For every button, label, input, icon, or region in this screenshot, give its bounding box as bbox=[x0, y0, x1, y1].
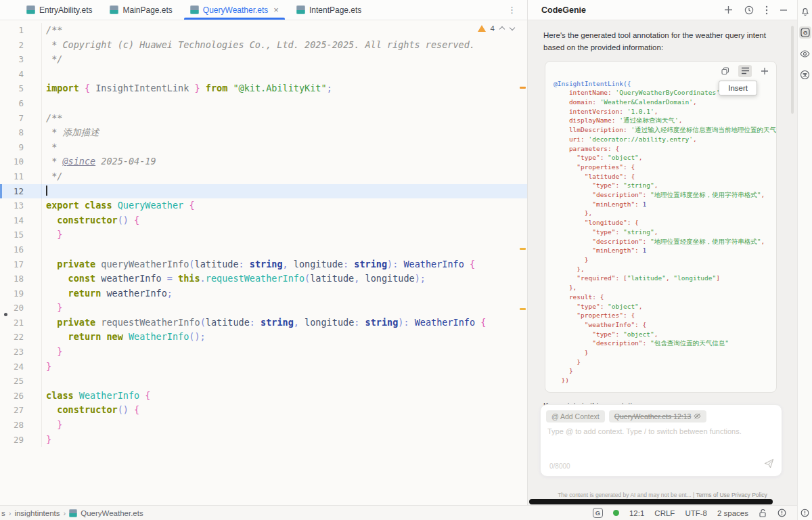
editor-tab-IntentPage.ets[interactable]: IntentPage.ets bbox=[288, 0, 370, 20]
kebab-menu-icon[interactable] bbox=[765, 5, 768, 15]
line-number[interactable]: 22 bbox=[0, 330, 42, 345]
editor-tab-QueryWeather.ets[interactable]: QueryWeather.ets× bbox=[181, 0, 288, 20]
breadcrumb-item[interactable]: insightintents bbox=[14, 509, 60, 517]
line-number[interactable]: 7 bbox=[0, 111, 42, 126]
add-context-button[interactable]: @ Add Context bbox=[546, 410, 605, 422]
eye-off-icon[interactable] bbox=[694, 412, 701, 420]
problems-icon[interactable] bbox=[798, 508, 812, 517]
line-number[interactable]: 21 bbox=[0, 316, 42, 330]
line-number[interactable]: 13 bbox=[0, 198, 42, 213]
codegenie-tool-icon[interactable]: G bbox=[799, 26, 811, 39]
eye-preview-icon[interactable] bbox=[799, 47, 811, 60]
editor-line-10[interactable]: 10 * @since 2025-04-19 bbox=[0, 154, 527, 169]
line-number[interactable]: 6 bbox=[0, 96, 42, 111]
editor-line-21[interactable]: 21 private requestWeatherInfo(latitude: … bbox=[0, 316, 527, 330]
codegenie-status-icon[interactable]: G bbox=[593, 508, 603, 518]
caret-position[interactable]: 12:1 bbox=[629, 509, 644, 517]
editor-line-13[interactable]: 13export class QueryWeather { bbox=[0, 198, 527, 213]
editor-line-15[interactable]: 15 } bbox=[0, 228, 527, 242]
editor-line-12[interactable]: 12 bbox=[0, 184, 527, 199]
line-number[interactable]: 5 bbox=[0, 81, 42, 96]
file-encoding[interactable]: UTF-8 bbox=[685, 509, 707, 517]
editor-line-6[interactable]: 6 bbox=[0, 96, 527, 111]
editor-line-2[interactable]: 2 * Copyright (c) Huawei Technologies Co… bbox=[0, 38, 527, 53]
editor-line-3[interactable]: 3 */ bbox=[0, 52, 527, 67]
new-chat-icon[interactable] bbox=[724, 5, 733, 14]
line-number[interactable]: 10 bbox=[0, 154, 42, 169]
editor-line-24[interactable]: 24} bbox=[0, 360, 527, 374]
tab-overflow-menu-icon[interactable]: ⋮ bbox=[508, 5, 516, 15]
warning-stripe-mark[interactable] bbox=[520, 308, 526, 310]
close-tab-icon[interactable]: × bbox=[273, 5, 279, 15]
editor-line-20[interactable]: 20 } bbox=[0, 301, 527, 316]
line-number[interactable]: 9 bbox=[0, 140, 42, 155]
add-file-icon[interactable] bbox=[758, 65, 771, 77]
line-number[interactable]: 15 bbox=[0, 228, 42, 242]
editor-tab-EntryAbility.ets[interactable]: EntryAbility.ets bbox=[18, 0, 101, 20]
indent-setting[interactable]: 2 spaces bbox=[717, 509, 748, 517]
line-ending[interactable]: CRLF bbox=[654, 509, 675, 517]
line-number[interactable]: 24 bbox=[0, 360, 42, 374]
line-number[interactable]: 8 bbox=[0, 125, 42, 140]
editor-line-4[interactable]: 4 bbox=[0, 67, 527, 82]
line-number[interactable]: 11 bbox=[0, 169, 42, 184]
editor-line-9[interactable]: 9 * bbox=[0, 140, 527, 155]
chevron-up-icon[interactable] bbox=[499, 26, 505, 31]
insert-code-icon[interactable] bbox=[738, 65, 752, 77]
editor-line-23[interactable]: 23 } bbox=[0, 345, 527, 360]
line-number[interactable]: 12 bbox=[0, 184, 42, 199]
editor-line-7[interactable]: 7/** bbox=[0, 111, 527, 126]
error-info-icon[interactable] bbox=[777, 508, 786, 517]
editor-line-19[interactable]: 19 return weatherInfo; bbox=[0, 286, 527, 301]
line-number[interactable]: 3 bbox=[0, 52, 42, 67]
code-editor[interactable]: 1/**2 * Copyright (c) Huawei Technologie… bbox=[0, 20, 527, 505]
line-number[interactable]: 26 bbox=[0, 389, 42, 404]
gutter-marker-dot[interactable] bbox=[4, 313, 7, 316]
copy-icon[interactable] bbox=[719, 65, 732, 77]
editor-tab-MainPage.ets[interactable]: MainPage.ets bbox=[101, 0, 181, 20]
line-number[interactable]: 1 bbox=[0, 23, 42, 38]
insert-tooltip[interactable]: Insert bbox=[719, 81, 757, 95]
privacy-policy-link[interactable]: Privacy Policy bbox=[731, 492, 767, 498]
line-number[interactable]: 2 bbox=[0, 38, 42, 53]
chevron-down-icon[interactable] bbox=[510, 26, 515, 31]
editor-line-5[interactable]: 5import { InsightIntentLink } from "@kit… bbox=[0, 81, 527, 96]
chat-input[interactable]: Type @ to add context. Type / to switch … bbox=[541, 422, 782, 440]
line-number[interactable]: 17 bbox=[0, 257, 42, 272]
line-number[interactable]: 16 bbox=[0, 242, 42, 257]
line-number[interactable]: 28 bbox=[0, 418, 42, 433]
context-chip[interactable]: QueryWeather.ets 12:13 bbox=[609, 410, 707, 422]
breadcrumb-item[interactable]: s bbox=[1, 509, 5, 517]
editor-line-27[interactable]: 27 constructor() { bbox=[0, 403, 527, 418]
editor-line-28[interactable]: 28 } bbox=[0, 418, 527, 433]
editor-line-25[interactable]: 25 bbox=[0, 374, 527, 389]
breadcrumb-item[interactable]: QueryWeather.ets bbox=[81, 509, 143, 517]
chat-input-card[interactable]: @ Add Context QueryWeather.ets 12:13 Typ… bbox=[540, 404, 782, 477]
line-number[interactable]: 25 bbox=[0, 374, 42, 389]
editor-line-26[interactable]: 26class WeatherInfo { bbox=[0, 389, 527, 404]
notifications-bell-icon[interactable] bbox=[799, 5, 811, 18]
line-number[interactable]: 23 bbox=[0, 345, 42, 360]
line-number[interactable]: 27 bbox=[0, 403, 42, 418]
editor-line-14[interactable]: 14 constructor() { bbox=[0, 213, 527, 228]
editor-line-22[interactable]: 22 return new WeatherInfo(); bbox=[0, 330, 527, 345]
generated-code[interactable]: @InsightIntentLink({ intentName: 'QueryW… bbox=[545, 62, 776, 392]
editor-line-18[interactable]: 18 const weatherInfo = this.requestWeath… bbox=[0, 272, 527, 286]
line-number[interactable]: 19 bbox=[0, 286, 42, 301]
editor-line-17[interactable]: 17 private queryWeatherInfo(latitude: st… bbox=[0, 257, 527, 272]
send-icon[interactable] bbox=[764, 458, 774, 471]
history-icon[interactable] bbox=[744, 5, 754, 15]
editor-line-8[interactable]: 8 * 添加描述 bbox=[0, 125, 527, 140]
panel-scrollbar[interactable] bbox=[791, 26, 794, 114]
minimize-icon[interactable] bbox=[780, 6, 788, 14]
line-number[interactable]: 4 bbox=[0, 67, 42, 82]
line-number[interactable]: 18 bbox=[0, 272, 42, 286]
editor-line-29[interactable]: 29} bbox=[0, 433, 527, 448]
line-number[interactable]: 14 bbox=[0, 213, 42, 228]
inspection-widget[interactable]: 4 bbox=[475, 24, 518, 33]
editor-line-1[interactable]: 1/** bbox=[0, 23, 527, 38]
analysis-status-dot[interactable] bbox=[613, 510, 619, 516]
warning-stripe-mark[interactable] bbox=[520, 87, 526, 89]
terms-of-use-link[interactable]: Terms of Use bbox=[696, 492, 729, 498]
line-number[interactable]: 29 bbox=[0, 433, 42, 448]
